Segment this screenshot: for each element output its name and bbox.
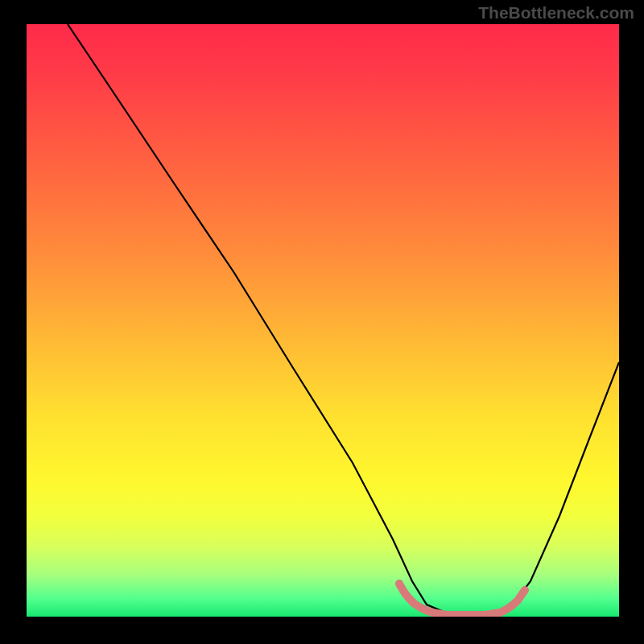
curve-svg — [27, 24, 619, 617]
optimal-band — [400, 585, 525, 615]
chart-container: TheBottleneck.com — [0, 0, 644, 644]
highlight-dot-left — [395, 580, 403, 588]
bottleneck-curve — [68, 24, 619, 616]
watermark-text: TheBottleneck.com — [478, 3, 634, 23]
plot-area — [27, 24, 619, 617]
